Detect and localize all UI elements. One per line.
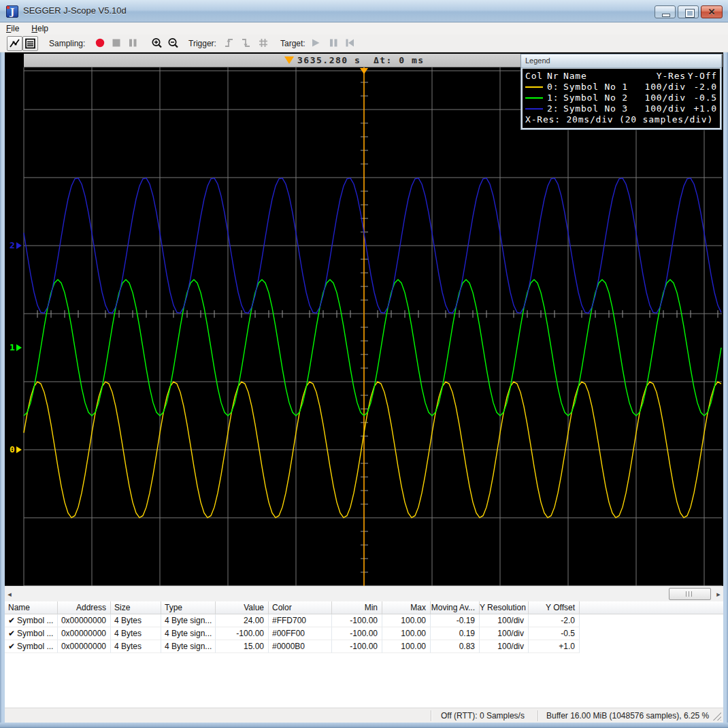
cell-value: -100.00 (216, 627, 269, 640)
cell-yoff: +1.0 (529, 640, 580, 653)
channel-marker-arrow-icon (16, 344, 22, 351)
cell-color: #FFD700 (269, 614, 332, 627)
channel-marker-1[interactable]: 1 (10, 342, 22, 352)
target-pause-button[interactable] (328, 37, 339, 48)
column-header-size[interactable]: Size (111, 601, 161, 614)
maximize-button[interactable] (678, 5, 699, 18)
scroll-left-arrow-icon[interactable]: ◂ (6, 589, 13, 599)
status-buffer: Buffer 16.00 MiB (1048576 samples), 6.25… (546, 711, 709, 721)
column-header-min[interactable]: Min (332, 601, 382, 614)
target-label: Target: (280, 39, 305, 48)
cursor-marker-icon[interactable] (284, 56, 294, 64)
legend-window: Legend Col Nr Name Y-Res Y-Off 0:Symbol … (520, 54, 722, 130)
legend-color-swatch (525, 103, 547, 114)
series-color-line-icon (525, 108, 543, 110)
column-header-movavg[interactable]: Moving Av... (431, 601, 480, 614)
column-header-color[interactable]: Color (269, 601, 332, 614)
column-header-address[interactable]: Address (58, 601, 111, 614)
symbols-table: NameAddressSizeTypeValueColorMinMaxMovin… (5, 601, 723, 708)
legend-row-nr: 2: (547, 103, 563, 114)
target-play-button[interactable] (310, 37, 321, 48)
symbol-enabled-check-icon[interactable]: ✔ (8, 616, 15, 625)
scrollbar-grip-icon (686, 591, 694, 597)
cell-size: 4 Bytes (111, 627, 161, 640)
record-button[interactable] (95, 37, 105, 48)
cell-type: 4 Byte sign... (161, 627, 216, 640)
channel-marker-label: 1 (10, 342, 15, 352)
cell-min: -100.00 (332, 640, 382, 653)
stop-button[interactable] (111, 37, 122, 48)
cell-yoff: -0.5 (529, 627, 580, 640)
channel-marker-label: 2 (10, 240, 15, 250)
series-color-line-icon (525, 97, 543, 99)
minimize-button[interactable] (655, 5, 676, 18)
zoom-out-button[interactable] (167, 37, 178, 48)
cell-address: 0x00000000 (58, 614, 111, 627)
cell-movavg: 0.83 (431, 640, 480, 653)
legend-header: Col Nr Name Y-Res Y-Off (525, 71, 717, 82)
cell-min: -100.00 (332, 627, 382, 640)
legend-titlebar[interactable]: Legend (521, 54, 721, 68)
scope-canvas[interactable] (5, 52, 723, 586)
cell-yres: 100/div (480, 627, 529, 640)
legend-row-0: 0:Symbol No 1100/div-2.0 (525, 82, 717, 93)
channel-marker-0[interactable]: 0 (10, 444, 22, 454)
trigger-falling-button[interactable] (241, 37, 252, 48)
cell-color: #0000B0 (269, 640, 332, 653)
scrollbar-thumb[interactable] (669, 588, 711, 600)
window-border-bottom (0, 723, 728, 728)
symbol-row-2[interactable]: ✔Symbol ...0x000000004 Bytes4 Byte sign.… (5, 640, 723, 653)
trigger-both-edges-button[interactable] (258, 37, 269, 48)
legend-header-yres: Y-Res (638, 71, 686, 82)
close-icon: ✕ (701, 7, 722, 17)
status-separator (431, 710, 431, 721)
column-header-value[interactable]: Value (216, 601, 269, 614)
column-header-max[interactable]: Max (382, 601, 431, 614)
cursor-time-label: 3635.280 s Δt: 0 ms (297, 55, 425, 65)
waveform-view-icon (7, 37, 22, 50)
column-header-yoff[interactable]: Y Offset (529, 601, 580, 614)
horizontal-scrollbar[interactable]: ◂ ▸ (5, 586, 723, 601)
scroll-right-arrow-icon[interactable]: ▸ (715, 589, 722, 599)
status-sampling-rate: Off (RTT): 0 Samples/s (441, 711, 525, 721)
cell-yoff: -2.0 (529, 614, 580, 627)
cell-name: ✔Symbol ... (5, 614, 58, 627)
legend-row-yoff: +1.0 (686, 103, 717, 114)
legend-xres: X-Res: 20ms/div (20 samples/div) (525, 114, 717, 125)
toolbar: Sampling: Trigger: Target: (0, 35, 728, 52)
target-restart-button[interactable] (344, 37, 355, 48)
menu-item-help[interactable]: Help (25, 22, 54, 35)
window-border-right (723, 52, 728, 723)
cell-name: ✔Symbol ... (5, 640, 58, 653)
legend-row-name: Symbol No 3 (563, 103, 638, 114)
table-view-button[interactable] (22, 36, 38, 51)
legend-row-2: 2:Symbol No 3100/div+1.0 (525, 103, 717, 114)
legend-header-nr: Nr (547, 71, 563, 82)
cell-yres: 100/div (480, 614, 529, 627)
legend-row-name: Symbol No 1 (563, 82, 638, 93)
symbol-row-0[interactable]: ✔Symbol ...0x000000004 Bytes4 Byte sign.… (5, 614, 723, 627)
app-window: J SEGGER J-Scope V5.10d ✕ FileHelp Sampl… (0, 0, 728, 728)
channel-marker-label: 0 (10, 444, 15, 454)
app-icon-dot (7, 6, 10, 9)
close-button[interactable]: ✕ (701, 5, 723, 18)
window-title: SEGGER J-Scope V5.10d (23, 5, 127, 16)
statusbar: Off (RTT): 0 Samples/s Buffer 16.00 MiB … (5, 708, 723, 723)
pause-sampling-button[interactable] (127, 37, 138, 48)
trigger-rising-button[interactable] (224, 37, 235, 48)
symbol-row-1[interactable]: ✔Symbol ...0x000000004 Bytes4 Byte sign.… (5, 627, 723, 640)
menu-item-file[interactable]: File (0, 22, 25, 35)
resize-grip[interactable] (713, 712, 721, 721)
legend-header-name: Name (563, 71, 638, 82)
channel-marker-2[interactable]: 2 (10, 240, 22, 250)
column-header-name[interactable]: Name (5, 601, 58, 614)
symbol-enabled-check-icon[interactable]: ✔ (8, 629, 15, 638)
minimize-icon (662, 14, 670, 17)
symbol-enabled-check-icon[interactable]: ✔ (8, 642, 15, 651)
column-header-type[interactable]: Type (161, 601, 216, 614)
waveform-view-button[interactable] (7, 36, 22, 51)
column-header-yres[interactable]: Y Resolution (480, 601, 529, 614)
titlebar[interactable]: J SEGGER J-Scope V5.10d ✕ (0, 0, 728, 22)
zoom-in-button[interactable] (151, 37, 162, 48)
cell-type: 4 Byte sign... (161, 640, 216, 653)
